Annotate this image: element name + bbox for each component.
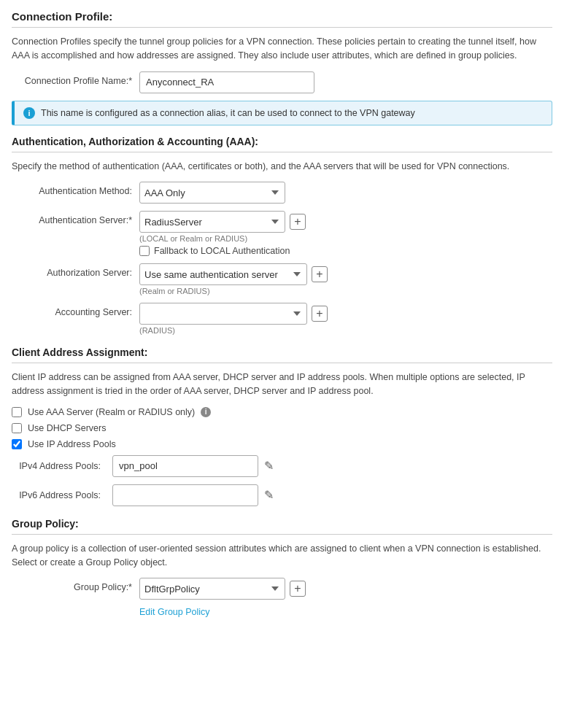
authz-server-control-row: Use same authentication server None + <box>139 263 552 285</box>
info-banner-text: This name is configured as a connection … <box>41 108 415 118</box>
auth-server-control-row: RadiusServer LOCAL + <box>139 211 552 233</box>
use-ip-pool-row: Use IP Address Pools <box>12 439 552 449</box>
authz-server-wrap: Use same authentication server None + (R… <box>139 263 552 295</box>
divider-1 <box>12 27 552 28</box>
auth-method-row: Authentication Method: AAA Only Certific… <box>12 182 552 204</box>
ipv6-pool-row: IPv6 Address Pools: ✎ <box>12 484 552 506</box>
ipv6-pool-label: IPv6 Address Pools: <box>12 490 107 500</box>
profile-name-row: Connection Profile Name:* <box>12 71 552 93</box>
use-aaa-label: Use AAA Server (Realm or RADIUS only) <box>28 407 195 417</box>
auth-method-wrap: AAA Only Certificate Only AAA & Certific… <box>139 182 552 204</box>
acct-server-wrap: + (RADIUS) <box>139 303 552 335</box>
acct-server-hint: (RADIUS) <box>139 326 552 335</box>
use-dhcp-checkbox[interactable] <box>12 423 22 433</box>
ipv4-pool-edit-icon[interactable]: ✎ <box>264 459 274 473</box>
auth-method-control-row: AAA Only Certificate Only AAA & Certific… <box>139 182 552 204</box>
use-dhcp-row: Use DHCP Servers <box>12 423 552 433</box>
group-policy-section: Group Policy: A group policy is a collec… <box>12 518 552 618</box>
acct-server-select[interactable] <box>139 303 307 325</box>
profile-name-wrap <box>139 71 552 93</box>
group-policy-select[interactable]: DfltGrpPolicy <box>139 578 285 600</box>
auth-server-add-button[interactable]: + <box>290 214 306 230</box>
use-aaa-checkbox[interactable] <box>12 407 22 417</box>
edit-group-policy-link[interactable]: Edit Group Policy <box>139 607 552 617</box>
connection-profile-title: Connection Profile: <box>12 10 552 23</box>
info-icon: i <box>23 107 35 119</box>
client-address-section: Client Address Assignment: Client IP add… <box>12 346 552 506</box>
ipv4-pool-input[interactable] <box>112 455 258 477</box>
profile-name-input[interactable] <box>139 71 314 93</box>
fallback-checkbox[interactable] <box>139 246 150 256</box>
fallback-checkbox-row: Fallback to LOCAL Authentication <box>139 246 552 256</box>
use-dhcp-label: Use DHCP Servers <box>28 423 106 433</box>
authz-server-label: Authorization Server: <box>12 263 139 278</box>
acct-server-row: Accounting Server: + (RADIUS) <box>12 303 552 335</box>
connection-profile-description: Connection Profiles specify the tunnel g… <box>12 35 552 63</box>
aaa-title: Authentication, Authorization & Accounti… <box>12 136 552 147</box>
group-policy-wrap: DfltGrpPolicy + <box>139 578 552 600</box>
ipv4-pool-row: IPv4 Address Pools: ✎ <box>12 455 552 477</box>
ipv4-pool-label: IPv4 Address Pools: <box>12 461 107 471</box>
acct-server-control-row: + <box>139 303 552 325</box>
aaa-section: Authentication, Authorization & Accounti… <box>12 136 552 336</box>
auth-server-hint: (LOCAL or Realm or RADIUS) <box>139 234 552 243</box>
auth-server-label: Authentication Server:* <box>12 211 139 225</box>
divider-3 <box>12 363 552 363</box>
use-aaa-row: Use AAA Server (Realm or RADIUS only) i <box>12 407 552 417</box>
group-policy-add-button[interactable]: + <box>290 581 306 597</box>
authz-server-select[interactable]: Use same authentication server None <box>139 263 307 285</box>
aaa-description: Specify the method of authentication (AA… <box>12 160 552 174</box>
divider-4 <box>12 534 552 535</box>
use-ip-pool-label: Use IP Address Pools <box>28 439 116 449</box>
fallback-label: Fallback to LOCAL Authentication <box>154 246 290 256</box>
connection-profile-section: Connection Profile: Connection Profiles … <box>12 10 552 125</box>
profile-name-label: Connection Profile Name:* <box>12 71 139 86</box>
group-policy-title: Group Policy: <box>12 518 552 530</box>
group-policy-description: A group policy is a collection of user-o… <box>12 542 552 570</box>
auth-method-label: Authentication Method: <box>12 182 139 196</box>
authz-server-hint: (Realm or RADIUS) <box>139 287 552 295</box>
group-policy-label: Group Policy:* <box>12 578 139 592</box>
ipv6-pool-input[interactable] <box>112 484 258 506</box>
group-policy-row: Group Policy:* DfltGrpPolicy + <box>12 578 552 600</box>
client-address-title: Client Address Assignment: <box>12 346 552 358</box>
acct-server-add-button[interactable]: + <box>312 306 328 322</box>
auth-server-wrap: RadiusServer LOCAL + (LOCAL or Realm or … <box>139 211 552 256</box>
authz-server-row: Authorization Server: Use same authentic… <box>12 263 552 295</box>
divider-2 <box>12 152 552 152</box>
group-policy-control-row: DfltGrpPolicy + <box>139 578 552 600</box>
acct-server-label: Accounting Server: <box>12 303 139 317</box>
ipv6-pool-edit-icon[interactable]: ✎ <box>264 488 274 502</box>
auth-server-select[interactable]: RadiusServer LOCAL <box>139 211 285 233</box>
authz-server-add-button[interactable]: + <box>312 266 328 282</box>
info-banner: i This name is configured as a connectio… <box>12 101 552 125</box>
auth-server-row: Authentication Server:* RadiusServer LOC… <box>12 211 552 256</box>
auth-method-select[interactable]: AAA Only Certificate Only AAA & Certific… <box>139 182 285 204</box>
use-ip-pool-checkbox[interactable] <box>12 439 22 449</box>
client-address-description: Client IP address can be assigned from A… <box>12 371 552 398</box>
use-aaa-info-icon[interactable]: i <box>201 407 211 417</box>
